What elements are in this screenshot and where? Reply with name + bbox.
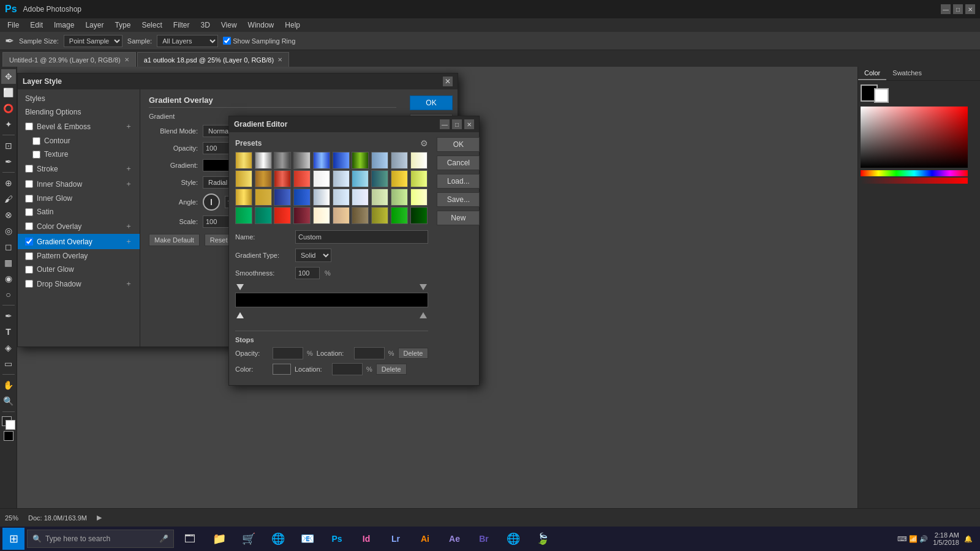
ge-preset-3[interactable] (293, 152, 311, 169)
maximize-button[interactable]: □ (953, 4, 963, 14)
ge-preset-13[interactable] (293, 170, 311, 187)
outer-glow-checkbox[interactable] (25, 266, 33, 274)
ge-smoothness-input[interactable] (295, 267, 320, 279)
ge-opacity-loc-input[interactable] (354, 347, 385, 359)
taskbar-ps[interactable]: Ps (323, 528, 350, 550)
ge-preset-38[interactable] (391, 207, 408, 224)
alpha-slider[interactable] (861, 178, 968, 184)
path-tool[interactable]: ◈ (1, 340, 16, 355)
ge-preset-34[interactable] (313, 207, 330, 224)
sidebar-pattern-overlay[interactable]: Pattern Overlay (18, 249, 140, 263)
ge-preset-39[interactable] (410, 207, 428, 224)
eraser-tool[interactable]: ◻ (1, 239, 16, 254)
tab-1[interactable]: a1 outlook 18.psd @ 25% (Layer 0, RGB/8)… (137, 52, 289, 67)
taskbar-br[interactable]: Br (470, 528, 497, 550)
sidebar-blending-options[interactable]: Blending Options (18, 105, 140, 119)
sidebar-outer-glow[interactable]: Outer Glow (18, 263, 140, 276)
ge-maximize-btn[interactable]: □ (452, 119, 462, 129)
taskbar-mail[interactable]: 📧 (294, 528, 321, 550)
taskbar-edge[interactable]: 🌐 (265, 528, 292, 550)
taskbar-id[interactable]: Id (353, 528, 380, 550)
menu-filter[interactable]: Filter (168, 20, 195, 31)
sidebar-inner-shadow[interactable]: Inner Shadow ＋ (18, 176, 140, 192)
sidebar-gradient-overlay[interactable]: Gradient Overlay ＋ (18, 234, 140, 249)
close-button[interactable]: ✕ (965, 4, 975, 14)
ge-preset-32[interactable] (274, 207, 291, 224)
ge-load-btn[interactable]: Load... (437, 174, 480, 189)
lasso-tool[interactable]: ⭕ (1, 101, 16, 116)
ge-gradient-bar[interactable] (235, 293, 428, 307)
sidebar-color-overlay[interactable]: Color Overlay ＋ (18, 219, 140, 234)
bevel-checkbox[interactable] (25, 122, 33, 130)
ge-type-select[interactable]: Solid Noise (295, 249, 331, 262)
ge-preset-30[interactable] (235, 207, 252, 224)
ge-stop-bottom-left[interactable] (236, 312, 244, 318)
menu-window[interactable]: Window (243, 20, 279, 31)
ge-color-loc-input[interactable] (332, 363, 363, 375)
ge-stop-bottom-right[interactable] (420, 312, 427, 318)
inner-glow-checkbox[interactable] (25, 195, 33, 203)
ge-minimize-btn[interactable]: — (440, 119, 450, 129)
quick-mask[interactable] (4, 431, 13, 441)
ge-preset-16[interactable] (352, 170, 369, 187)
inner-shadow-checkbox[interactable] (25, 180, 33, 188)
zoom-tool[interactable]: 🔍 (1, 394, 16, 408)
gradient-overlay-checkbox[interactable] (25, 238, 33, 246)
ge-preset-21[interactable] (255, 189, 272, 206)
drop-shadow-checkbox[interactable] (25, 280, 33, 288)
ge-preset-4[interactable] (313, 152, 330, 169)
history-brush[interactable]: ◎ (1, 223, 16, 238)
ge-preset-22[interactable] (274, 189, 291, 206)
bg-color-large[interactable] (874, 88, 889, 103)
ge-preset-9[interactable] (410, 152, 428, 169)
ge-preset-2[interactable] (274, 152, 291, 169)
ge-preset-24[interactable] (313, 189, 330, 206)
tab-0[interactable]: Untitled-1 @ 29.9% (Layer 0, RGB/8) ✕ (2, 52, 136, 67)
sidebar-texture[interactable]: Texture (18, 148, 140, 161)
menu-edit[interactable]: Edit (25, 20, 48, 31)
notification-icon[interactable]: 🔔 (964, 535, 973, 543)
swatches-tab[interactable]: Swatches (886, 67, 928, 80)
ge-preset-6[interactable] (352, 152, 369, 169)
ge-close-btn[interactable]: ✕ (464, 119, 474, 129)
brush-tool[interactable]: 🖌 (1, 192, 16, 206)
gradient-tool[interactable]: ▦ (1, 255, 16, 270)
ls-ok-btn[interactable]: OK (410, 96, 453, 110)
type-tool[interactable]: T (1, 324, 16, 339)
ge-preset-18[interactable] (391, 170, 408, 187)
ge-color-delete-btn[interactable]: Delete (376, 364, 407, 375)
show-sampling-checkbox[interactable] (223, 37, 231, 45)
taskbar-task-view[interactable]: 🗔 (176, 528, 203, 550)
spot-heal-tool[interactable]: ⊕ (1, 176, 16, 190)
ge-cancel-btn[interactable]: Cancel (437, 156, 480, 170)
sidebar-stroke[interactable]: Stroke ＋ (18, 161, 140, 176)
ge-preset-28[interactable] (391, 189, 408, 206)
color-overlay-checkbox[interactable] (25, 222, 33, 230)
menu-type[interactable]: Type (110, 20, 135, 31)
hand-tool[interactable]: ✋ (1, 378, 16, 392)
layer-style-close[interactable]: ✕ (443, 77, 453, 86)
move-tool[interactable]: ✥ (1, 69, 16, 84)
tab-0-close[interactable]: ✕ (124, 56, 129, 63)
marquee-tool[interactable]: ⬜ (1, 85, 16, 100)
menu-image[interactable]: Image (49, 20, 79, 31)
ge-preset-31[interactable] (255, 207, 272, 224)
menu-3d[interactable]: 3D (195, 20, 214, 31)
color-saturation-value[interactable] (861, 107, 968, 168)
ge-stop-top-right[interactable] (420, 284, 427, 290)
ge-preset-36[interactable] (352, 207, 369, 224)
ge-preset-12[interactable] (274, 170, 291, 187)
ge-preset-37[interactable] (371, 207, 388, 224)
ge-ok-btn[interactable]: OK (437, 137, 480, 152)
sidebar-bevel-emboss[interactable]: Bevel & Emboss ＋ (18, 119, 140, 134)
ge-opacity-stop-input[interactable] (273, 347, 303, 359)
ge-preset-20[interactable] (235, 189, 252, 206)
ge-preset-14[interactable] (313, 170, 330, 187)
eyedropper-tool[interactable]: ✒ (1, 154, 16, 169)
blur-tool[interactable]: ◉ (1, 271, 16, 286)
ge-preset-7[interactable] (371, 152, 388, 169)
sample-select[interactable]: All Layers (157, 35, 218, 47)
satin-checkbox[interactable] (25, 208, 33, 216)
ge-preset-5[interactable] (333, 152, 350, 169)
ge-preset-35[interactable] (333, 207, 350, 224)
